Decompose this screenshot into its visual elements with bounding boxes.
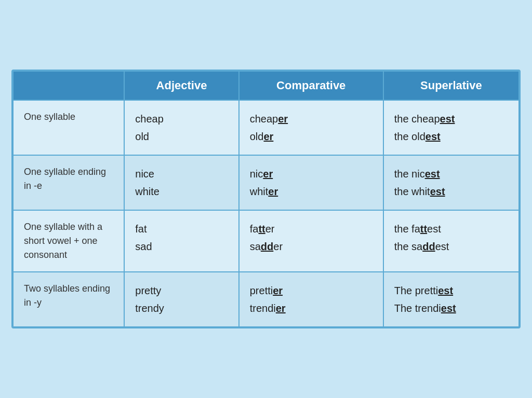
header-comparative: Comparative bbox=[239, 71, 383, 100]
table-row: One syllable ending in -enicewhitenicerw… bbox=[13, 155, 519, 210]
superlative-cell: the fattestthe saddest bbox=[383, 210, 519, 272]
adjective-cell: nicewhite bbox=[124, 155, 238, 210]
comparative-cell: fattersadder bbox=[239, 210, 383, 272]
category-cell: One syllable bbox=[13, 100, 124, 155]
table-row: Two syllables ending in -yprettytrendypr… bbox=[13, 272, 519, 327]
table-row: One syllable with a short vowel + one co… bbox=[13, 210, 519, 272]
category-cell: One syllable ending in -e bbox=[13, 155, 124, 210]
superlative-cell: The prettiestThe trendiest bbox=[383, 272, 519, 327]
table-row: One syllablecheapoldcheaperolderthe chea… bbox=[13, 100, 519, 155]
superlative-cell: the cheapestthe oldest bbox=[383, 100, 519, 155]
category-cell: Two syllables ending in -y bbox=[13, 272, 124, 327]
header-category bbox=[13, 71, 124, 100]
header-superlative: Superlative bbox=[383, 71, 519, 100]
adjective-cell: prettytrendy bbox=[124, 272, 238, 327]
category-cell: One syllable with a short vowel + one co… bbox=[13, 210, 124, 272]
adjective-cell: cheapold bbox=[124, 100, 238, 155]
header-adjective: Adjective bbox=[124, 71, 238, 100]
comparative-cell: prettiertrendier bbox=[239, 272, 383, 327]
header-row: Adjective Comparative Superlative bbox=[13, 71, 519, 100]
adjective-cell: fatsad bbox=[124, 210, 238, 272]
comparative-cell: cheaperolder bbox=[239, 100, 383, 155]
superlative-cell: the nicestthe whitest bbox=[383, 155, 519, 210]
comparative-cell: nicerwhiter bbox=[239, 155, 383, 210]
grammar-table: Adjective Comparative Superlative One sy… bbox=[11, 70, 521, 328]
